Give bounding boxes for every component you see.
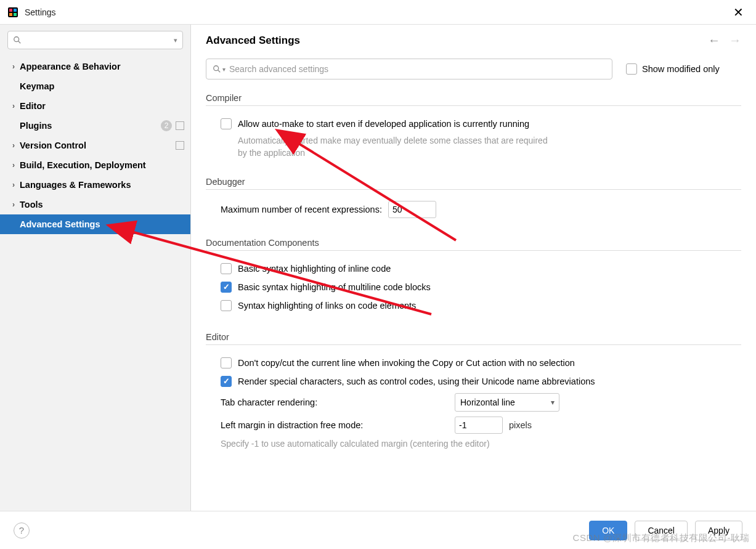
allow-auto-make-label: Allow auto-make to start even if develop… [238,119,529,129]
checkbox[interactable] [626,63,637,75]
section-title: Editor [206,332,741,342]
project-scope-icon [176,121,184,130]
chevron-right-icon: › [10,200,17,209]
show-modified-only-label: Show modified only [642,64,720,74]
footer: ? OK Cancel Apply [0,511,756,549]
svg-rect-3 [9,13,12,16]
search-icon [13,36,22,44]
chevron-down-icon[interactable]: ▾ [174,36,177,44]
sidebar-item-label: Editor [20,101,184,111]
project-scope-icon [176,141,184,150]
sidebar-item-keymap[interactable]: ›Keymap [0,76,190,96]
checkbox[interactable] [221,376,232,387]
doc-links-row[interactable]: Syntax highlighting of links on code ele… [206,296,741,315]
titlebar: Settings ✕ [0,0,756,25]
sidebar-item-plugins[interactable]: ›Plugins2 [0,116,190,136]
svg-point-5 [14,37,19,42]
section-compiler: Compiler Allow auto-make to start even i… [206,93,741,160]
sidebar-item-build-execution-deployment[interactable]: ›Build, Execution, Deployment [0,155,190,175]
left-margin-unit: pixels [509,420,532,430]
cancel-button[interactable]: Cancel [635,521,688,540]
svg-line-6 [18,41,21,44]
sidebar-item-tools[interactable]: ›Tools [0,195,190,214]
section-doc-components: Documentation Components Basic syntax hi… [206,238,741,315]
show-modified-only[interactable]: Show modified only [626,63,720,75]
max-recent-row: Maximum number of recent expressions: [206,198,741,221]
max-recent-label: Maximum number of recent expressions: [221,205,382,214]
section-title: Compiler [206,93,741,103]
badge-count: 2 [161,120,172,131]
sidebar-item-editor[interactable]: ›Editor [0,96,190,116]
section-debugger: Debugger Maximum number of recent expres… [206,177,741,221]
chevron-right-icon: › [10,102,17,110]
svg-rect-1 [9,9,12,12]
section-title: Debugger [206,177,741,187]
app-icon [7,7,18,18]
left-margin-input[interactable] [455,417,503,434]
chevron-right-icon: › [10,62,17,71]
svg-rect-2 [14,9,17,12]
sidebar-item-languages-frameworks[interactable]: ›Languages & Frameworks [0,175,190,195]
sidebar-item-label: Appearance & Behavior [20,62,184,71]
content-scroll[interactable]: Compiler Allow auto-make to start even i… [206,93,741,511]
sidebar-search-input[interactable] [24,36,174,45]
max-recent-input[interactable] [388,201,436,218]
checkbox[interactable] [221,282,232,293]
sidebar-item-label: Languages & Frameworks [20,180,184,190]
chevron-down-icon[interactable]: ▾ [222,66,226,73]
checkbox[interactable] [221,118,232,129]
checkbox[interactable] [221,263,232,274]
close-icon[interactable]: ✕ [728,4,749,21]
search-icon [213,65,221,73]
sidebar-item-label: Version Control [20,140,176,150]
nav-forward-icon: → [729,33,741,47]
left-margin-row: Left margin in distraction free mode: pi… [206,414,741,436]
checkbox[interactable] [221,357,232,368]
settings-tree: ›Appearance & Behavior›Keymap›Editor›Plu… [0,55,190,511]
main-panel: Advanced Settings ← → ▾ Show modified on… [191,25,756,511]
main-search-input[interactable] [229,64,606,74]
svg-rect-4 [14,13,17,16]
sidebar-item-appearance-behavior[interactable]: ›Appearance & Behavior [0,57,190,76]
allow-auto-make-hint: Automatically started make may eventuall… [206,133,551,160]
tab-rendering-select[interactable]: Horizontal line [455,393,559,412]
allow-auto-make-row[interactable]: Allow auto-make to start even if develop… [206,115,741,133]
help-button[interactable]: ? [14,523,30,539]
sidebar-item-label: Advanced Settings [20,219,184,229]
sidebar-item-label: Build, Execution, Deployment [20,160,184,170]
doc-multiline-row[interactable]: Basic syntax highlighting of multiline c… [206,278,741,296]
left-margin-hint: Specify -1 to use automatically calculat… [206,436,551,450]
svg-point-7 [214,66,219,71]
sidebar-item-advanced-settings[interactable]: ›Advanced Settings [0,214,190,234]
svg-line-8 [218,70,221,73]
window-title: Settings [25,7,56,17]
render-special-row[interactable]: Render special characters, such as contr… [206,372,741,391]
chevron-right-icon: › [10,181,17,189]
page-title: Advanced Settings [206,35,300,47]
chevron-right-icon: › [10,161,17,169]
nav-back-icon[interactable]: ← [708,33,720,47]
section-editor: Editor Don't copy/cut the current line w… [206,332,741,450]
sidebar-item-label: Plugins [20,121,161,131]
tab-rendering-row: Tab character rendering: Horizontal line [206,391,741,414]
sidebar-search[interactable]: ▾ [7,31,183,49]
sidebar-item-version-control[interactable]: ›Version Control [0,136,190,155]
dont-copy-row[interactable]: Don't copy/cut the current line when inv… [206,354,741,372]
checkbox[interactable] [221,300,232,311]
chevron-right-icon: › [10,141,17,150]
doc-inline-row[interactable]: Basic syntax highlighting of inline code [206,259,741,278]
sidebar: ▾ ›Appearance & Behavior›Keymap›Editor›P… [0,25,191,511]
sidebar-item-label: Tools [20,200,184,209]
sidebar-item-label: Keymap [20,81,184,91]
apply-button[interactable]: Apply [695,521,742,540]
section-title: Documentation Components [206,238,741,248]
ok-button[interactable]: OK [589,521,627,540]
main-search[interactable]: ▾ [206,59,612,79]
